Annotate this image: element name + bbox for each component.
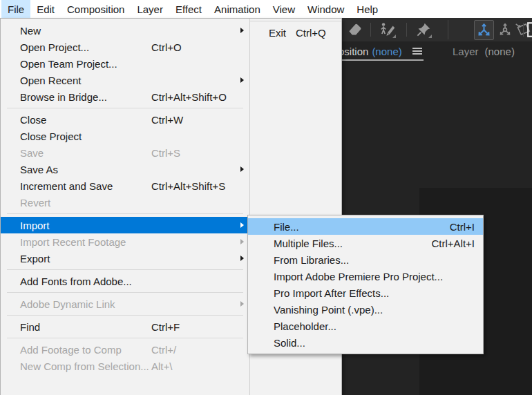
puppet-pin-tool-icon[interactable] xyxy=(415,21,433,39)
menu-item-close-project[interactable]: Close Project xyxy=(1,128,249,144)
menu-item-find[interactable]: FindCtrl+F xyxy=(1,318,249,335)
toolbar-separator xyxy=(523,23,524,37)
rectangle-tool-icon[interactable] xyxy=(526,21,532,39)
menu-item-shortcut: Ctrl+Q xyxy=(296,27,326,39)
menu-separator xyxy=(7,108,243,108)
submenu-arrow-icon xyxy=(240,301,244,307)
submenu-item-label: From Libraries... xyxy=(274,254,349,266)
orbit-around-cursor-tool-icon[interactable] xyxy=(474,20,494,40)
tool-dropdown-indicator xyxy=(392,35,396,38)
submenu-item-label: Multiple Files... xyxy=(274,238,343,249)
menu-item-label: New Comp from Selection... xyxy=(20,360,149,372)
menu-item-label: Export xyxy=(20,253,50,264)
menu-item-label: Add Footage to Comp xyxy=(20,344,122,356)
menu-item-add-footage-to-comp: Add Footage to CompCtrl+/ xyxy=(1,341,249,358)
submenu-arrow-icon xyxy=(240,166,244,172)
menu-item-label: Save As xyxy=(20,164,58,175)
menu-item-add-fonts-from-adobe[interactable]: Add Fonts from Adobe... xyxy=(1,273,249,289)
submenu-item-label: Import Adobe Premiere Pro Project... xyxy=(274,271,443,282)
menubar-item-edit[interactable]: Edit xyxy=(30,0,61,18)
menu-item-label: Close Project xyxy=(20,131,82,142)
panel-menu-icon[interactable] xyxy=(412,48,422,56)
menu-item-save-as[interactable]: Save As xyxy=(1,161,249,177)
submenu-item-vanishing-point-vpe[interactable]: Vanishing Point (.vpe)... xyxy=(248,301,483,318)
submenu-item-placeholder[interactable]: Placeholder... xyxy=(248,318,483,334)
orbit-around-scene-tool-icon[interactable] xyxy=(496,21,514,39)
menu-item-new[interactable]: New xyxy=(1,22,249,39)
menu-item-open-recent[interactable]: Open Recent xyxy=(1,72,249,88)
menu-item-shortcut: Ctrl+F xyxy=(151,321,180,333)
menu-item-shortcut: Ctrl+/ xyxy=(151,344,176,356)
menu-item-label: Import xyxy=(20,220,50,231)
menubar-item-composition[interactable]: Composition xyxy=(61,0,131,18)
menu-separator xyxy=(7,213,243,214)
menu-item-shortcut: Ctrl+O xyxy=(151,41,182,53)
menubar-item-help[interactable]: Help xyxy=(350,0,384,18)
layer-tab-label: Layer xyxy=(453,46,479,57)
menu-item-shortcut: Ctrl+Alt+Shift+O xyxy=(151,91,227,103)
submenu-item-label: Vanishing Point (.vpe)... xyxy=(274,304,383,316)
menubar-item-animation[interactable]: Animation xyxy=(208,0,267,18)
menu-item-shortcut: Ctrl+Alt+Shift+S xyxy=(151,180,225,192)
submenu-item-from-libraries[interactable]: From Libraries... xyxy=(248,251,483,268)
submenu-item-file[interactable]: File...Ctrl+I xyxy=(248,218,483,235)
menu-item-label: Find xyxy=(20,321,40,333)
tool-dropdown-indicator xyxy=(428,35,432,38)
menu-item-label: Increment and Save xyxy=(20,180,113,192)
menu-item-new-comp-from-selection: New Comp from Selection...Alt+\ xyxy=(1,358,249,374)
submenu-item-pro-import-after-effects[interactable]: Pro Import After Effects... xyxy=(248,285,483,301)
submenu-arrow-icon xyxy=(240,28,244,33)
menu-item-open-project[interactable]: Open Project...Ctrl+O xyxy=(1,39,249,55)
submenu-arrow-icon xyxy=(240,77,244,83)
menu-item-label: Exit xyxy=(269,27,286,39)
submenu-item-multiple-files[interactable]: Multiple Files...Ctrl+Alt+I xyxy=(248,235,483,251)
submenu-item-shortcut: Ctrl+Alt+I xyxy=(431,238,475,249)
roto-brush-tool-icon[interactable] xyxy=(379,21,397,39)
menu-item-open-team-project[interactable]: Open Team Project... xyxy=(1,55,249,72)
menubar-item-effect[interactable]: Effect xyxy=(169,0,208,18)
menu-item-label: Open Recent xyxy=(20,75,81,86)
menu-item-save: SaveCtrl+S xyxy=(1,144,249,161)
menu-item-browse-in-bridge[interactable]: Browse in Bridge...Ctrl+Alt+Shift+O xyxy=(1,88,249,105)
import-submenu: File...Ctrl+IMultiple Files...Ctrl+Alt+I… xyxy=(247,215,484,354)
file-menu-column: NewOpen Project...Ctrl+OOpen Team Projec… xyxy=(1,19,250,395)
tab-layer[interactable]: Layer (none) xyxy=(453,41,515,61)
menu-separator xyxy=(7,292,243,293)
menu-item-import[interactable]: Import xyxy=(1,217,249,233)
menu-item-label: Import Recent Footage xyxy=(20,236,126,248)
menu-item-label: Open Project... xyxy=(20,41,89,53)
submenu-item-solid[interactable]: Solid... xyxy=(248,334,483,351)
menu-item-exit[interactable]: Exit Ctrl+Q xyxy=(250,23,341,41)
menu-item-export[interactable]: Export xyxy=(1,250,249,267)
submenu-arrow-icon xyxy=(240,239,244,244)
menubar-item-layer[interactable]: Layer xyxy=(131,0,169,18)
menu-item-shortcut: Alt+\ xyxy=(151,360,172,372)
menu-separator xyxy=(7,315,243,316)
menu-item-import-recent-footage: Import Recent Footage xyxy=(1,233,249,250)
submenu-item-shortcut: Ctrl+I xyxy=(450,221,475,233)
menu-item-label: New xyxy=(20,25,41,37)
submenu-arrow-icon xyxy=(240,256,244,261)
menu-item-increment-and-save[interactable]: Increment and SaveCtrl+Alt+Shift+S xyxy=(1,177,249,194)
menu-item-close[interactable]: CloseCtrl+W xyxy=(1,111,249,128)
menu-item-label: Save xyxy=(20,147,44,159)
layer-tab-value: (none) xyxy=(485,46,515,57)
submenu-arrow-icon xyxy=(240,222,244,228)
menu-item-label: Browse in Bridge... xyxy=(20,91,107,103)
menu-item-label: Close xyxy=(20,114,46,126)
menubar-item-window[interactable]: Window xyxy=(301,0,350,18)
menu-item-revert: Revert xyxy=(1,194,249,211)
submenu-item-label: File... xyxy=(274,221,299,233)
menubar-item-view[interactable]: View xyxy=(267,0,301,18)
submenu-item-import-adobe-premiere-pro-project[interactable]: Import Adobe Premiere Pro Project... xyxy=(248,268,483,285)
menu-item-shortcut: Ctrl+W xyxy=(151,114,183,126)
toolbar-separator xyxy=(448,20,448,39)
submenu-item-label: Solid... xyxy=(274,337,305,349)
menu-item-label: Revert xyxy=(20,197,50,209)
menu-item-adobe-dynamic-link: Adobe Dynamic Link xyxy=(1,296,249,312)
submenu-item-label: Placeholder... xyxy=(274,320,336,332)
submenu-item-label: Pro Import After Effects... xyxy=(274,287,389,299)
menubar-item-file[interactable]: File xyxy=(1,0,30,18)
eraser-tool-icon[interactable] xyxy=(345,21,363,39)
menu-item-shortcut: Ctrl+S xyxy=(151,147,180,159)
